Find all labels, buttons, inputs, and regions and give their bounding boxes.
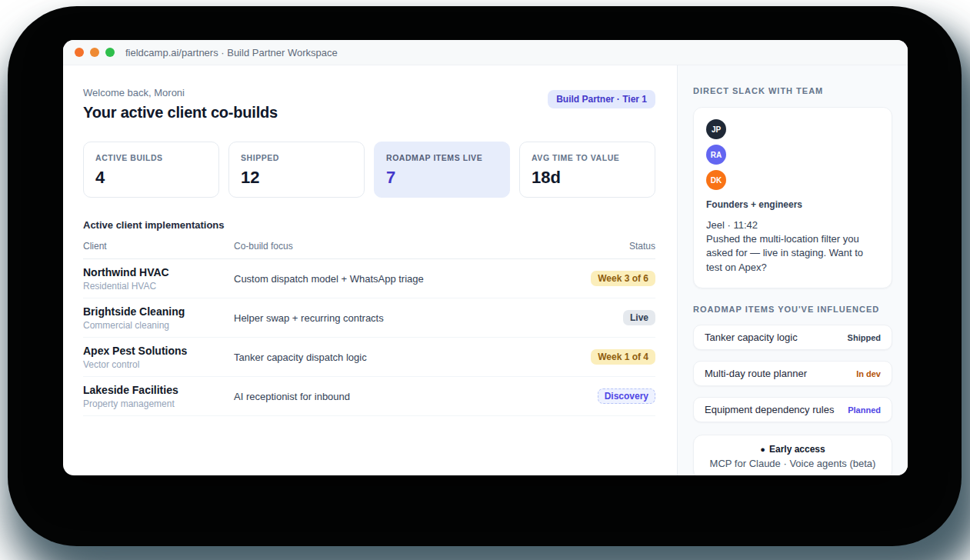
client-name: Apex Pest Solutions: [83, 345, 234, 357]
column-header-focus: Co-build focus: [234, 241, 629, 252]
zoom-window-icon[interactable]: [105, 48, 115, 57]
client-name: Lakeside Facilities: [83, 384, 234, 396]
roadmap-item[interactable]: Multi-day route planner In dev: [693, 361, 892, 386]
avatar: DK: [706, 170, 726, 190]
roadmap-item-status: Shipped: [848, 333, 881, 342]
stat-card-roadmap-items-live[interactable]: ROADMAP ITEMS LIVE 7: [374, 142, 510, 198]
status-cell: Discovery: [598, 388, 655, 404]
client-segment: Property management: [83, 398, 234, 409]
roadmap-item[interactable]: Equipment dependency rules Planned: [693, 397, 892, 422]
tier-badge: Build Partner · Tier 1: [548, 90, 655, 108]
stat-card-shipped[interactable]: SHIPPED 12: [228, 142, 365, 198]
stat-value: 18d: [532, 168, 643, 188]
roadmap-item-status: In dev: [856, 369, 881, 378]
avatar: RA: [706, 145, 726, 165]
early-access-subtitle: MCP for Claude · Voice agents (beta): [705, 458, 881, 469]
stat-value: 12: [241, 168, 352, 188]
focus-cell: Tanker capacity dispatch logic: [234, 352, 591, 363]
early-access-title: ●Early access: [705, 444, 881, 455]
early-access-title-text: Early access: [769, 444, 825, 455]
focus-cell: Helper swap + recurring contracts: [234, 312, 623, 324]
status-badge: Week 1 of 4: [591, 349, 655, 365]
roadmap-item-label: Equipment dependency rules: [705, 404, 834, 415]
stat-label: ROADMAP ITEMS LIVE: [386, 153, 498, 162]
stat-card-active-builds[interactable]: ACTIVE BUILDS 4: [83, 142, 219, 198]
stats-row: ACTIVE BUILDS 4 SHIPPED 12 ROADMAP ITEMS…: [83, 142, 655, 198]
stat-card-avg-time-to-value[interactable]: AVG TIME TO VALUE 18d: [519, 142, 655, 198]
client-segment: Vector control: [83, 359, 234, 370]
roadmap-item[interactable]: Tanker capacity logic Shipped: [693, 325, 892, 350]
welcome-text: Welcome back, Moroni: [83, 87, 278, 98]
client-cell: Lakeside Facilities Property management: [83, 384, 234, 409]
table-row[interactable]: Apex Pest Solutions Vector control Tanke…: [83, 338, 655, 377]
minimize-window-icon[interactable]: [90, 48, 99, 57]
client-cell: Northwind HVAC Residential HVAC: [83, 266, 234, 292]
window-titlebar: fieldcamp.ai/partners · Build Partner Wo…: [63, 40, 908, 65]
status-cell: Week 1 of 4: [591, 349, 655, 365]
column-header-status: Status: [629, 241, 655, 252]
status-cell: Week 3 of 6: [591, 271, 655, 286]
table-row[interactable]: Northwind HVAC Residential HVAC Custom d…: [83, 259, 655, 298]
avatar-stack: JP RA DK: [706, 119, 879, 190]
page-header: Welcome back, Moroni Your active client …: [83, 87, 655, 122]
client-cell: Apex Pest Solutions Vector control: [83, 345, 234, 370]
browser-window: fieldcamp.ai/partners · Build Partner Wo…: [63, 40, 908, 475]
stat-value: 7: [386, 168, 498, 188]
status-badge: Discovery: [598, 388, 655, 404]
slack-message-text: Pushed the multi-location filter you ask…: [706, 232, 879, 275]
client-name: Northwind HVAC: [83, 266, 234, 278]
early-access-card[interactable]: ●Early access MCP for Claude · Voice age…: [693, 435, 892, 475]
focus-cell: AI receptionist for inbound: [234, 391, 598, 402]
avatar: JP: [706, 119, 726, 139]
slack-section-title: DIRECT SLACK WITH TEAM: [693, 86, 823, 95]
status-badge: Week 3 of 6: [591, 271, 655, 286]
status-cell: Live: [623, 310, 655, 325]
slack-message-card[interactable]: JP RA DK Founders + engineers Jeel · 11:…: [693, 107, 892, 288]
table-row[interactable]: Lakeside Facilities Property management …: [83, 377, 655, 416]
window-title: fieldcamp.ai/partners · Build Partner Wo…: [125, 47, 338, 58]
client-segment: Residential HVAC: [83, 281, 234, 292]
table-header: Client Co-build focus Status: [83, 241, 655, 259]
status-badge: Live: [623, 310, 655, 325]
client-cell: Brightside Cleaning Commercial cleaning: [83, 305, 234, 331]
roadmap-item-label: Tanker capacity logic: [705, 332, 798, 343]
focus-cell: Custom dispatch model + WhatsApp triage: [234, 273, 591, 285]
slack-message-meta: Jeel · 11:42: [706, 219, 879, 231]
column-header-client: Client: [83, 241, 234, 252]
table-section-title: Active client implementations: [83, 219, 655, 231]
bullet-icon: ●: [760, 445, 765, 454]
roadmap-item-label: Multi-day route planner: [705, 368, 807, 379]
stat-value: 4: [95, 168, 207, 188]
window-body: Welcome back, Moroni Your active client …: [63, 65, 908, 475]
page-header-text: Welcome back, Moroni Your active client …: [83, 87, 278, 122]
stat-label: ACTIVE BUILDS: [95, 153, 207, 162]
stat-label: SHIPPED: [241, 153, 352, 162]
table-row[interactable]: Brightside Cleaning Commercial cleaning …: [83, 298, 655, 338]
roadmap-item-status: Planned: [848, 405, 881, 415]
close-window-icon[interactable]: [75, 48, 84, 57]
slack-channel-label: Founders + engineers: [706, 199, 879, 210]
roadmap-section-title: ROADMAP ITEMS YOU'VE INFLUENCED: [693, 305, 892, 314]
client-name: Brightside Cleaning: [83, 305, 234, 318]
sidebar: DIRECT SLACK WITH TEAM JP RA DK Founders…: [677, 65, 908, 475]
client-segment: Commercial cleaning: [83, 320, 234, 331]
main-content: Welcome back, Moroni Your active client …: [63, 65, 677, 475]
page-title: Your active client co-builds: [83, 104, 278, 122]
stat-label: AVG TIME TO VALUE: [532, 153, 643, 162]
